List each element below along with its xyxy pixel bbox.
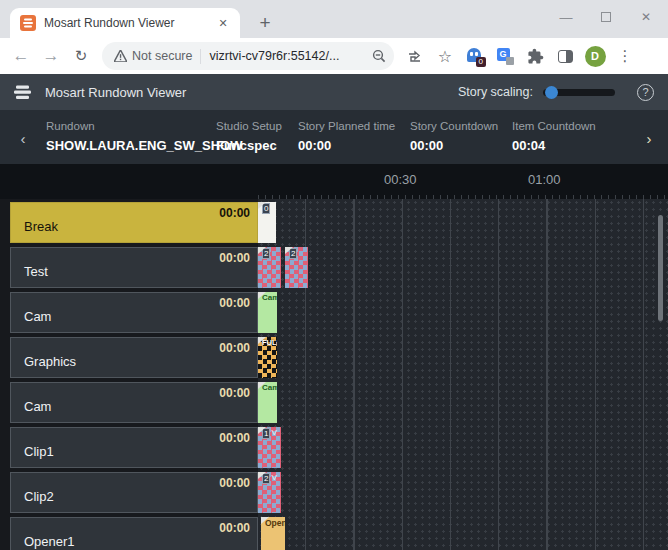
- close-button[interactable]: ✕: [626, 0, 666, 34]
- story-planned-time: 00:00: [219, 341, 250, 355]
- timeline-item[interactable]: 2V: [258, 472, 281, 513]
- help-button[interactable]: ?: [637, 84, 654, 101]
- story-name: Clip2: [24, 489, 54, 504]
- minimize-button[interactable]: —: [546, 0, 586, 34]
- story-scaling-slider[interactable]: [543, 89, 615, 96]
- item-start-marker: [258, 382, 266, 389]
- app-header: Mosart Rundown Viewer Story scaling: ?: [0, 74, 668, 110]
- timeline-item[interactable]: Cam1: [258, 382, 277, 423]
- bookmark-button[interactable]: ☆: [430, 42, 460, 70]
- timeline-marker: 01:00: [528, 172, 561, 187]
- back-button[interactable]: ←: [6, 42, 36, 70]
- story-card[interactable]: 00:00Clip2: [10, 472, 258, 513]
- share-button[interactable]: [400, 42, 430, 70]
- item-start-marker: [258, 337, 266, 344]
- maximize-button[interactable]: [586, 0, 626, 34]
- story-row[interactable]: 00:00CamCam1: [10, 382, 668, 423]
- story-items-lane: 22: [258, 247, 668, 288]
- next-rundown-chevron[interactable]: ›: [630, 120, 668, 164]
- story-card[interactable]: 00:00Graphics: [10, 337, 258, 378]
- timeline-item[interactable]: 2: [258, 247, 281, 288]
- field-value: Funcspec: [216, 138, 298, 153]
- story-row[interactable]: 00:00Opener1Opener: [10, 517, 668, 550]
- reload-button[interactable]: ↻: [66, 42, 96, 70]
- story-planned-time: 00:00: [219, 521, 250, 535]
- rundown-info-bar: ‹ Rundown SHOW.LAURA.ENG_SW_SHOW Studio …: [0, 110, 668, 164]
- address-bar[interactable]: Not secure vizrtvi-cv79r6r:55142/...: [102, 42, 394, 70]
- story-items-lane: 0: [258, 202, 668, 243]
- story-name: Graphics: [24, 354, 76, 369]
- field-value: 00:00: [298, 138, 410, 153]
- story-items-lane: 2V: [258, 472, 668, 513]
- field-value: SHOW.LAURA.ENG_SW_SHOW: [46, 138, 216, 153]
- browser-tab[interactable]: Mosart Rundown Viewer ✕: [10, 8, 240, 38]
- field-story-planned-time: Story Planned time 00:00: [298, 120, 410, 164]
- timeline-marker: 00:30: [384, 172, 417, 187]
- timeline-item[interactable]: Cam1: [258, 292, 277, 333]
- timeline-item[interactable]: 1V: [258, 427, 281, 468]
- url-text[interactable]: vizrtvi-cv79r6r:55142/...: [209, 49, 368, 63]
- timeline-item[interactable]: FULL: [258, 337, 277, 378]
- story-planned-time: 00:00: [219, 251, 250, 265]
- field-label: Studio Setup: [216, 120, 298, 132]
- story-name: Break: [24, 219, 58, 234]
- item-start-marker: [285, 247, 293, 254]
- story-row[interactable]: 00:00CamCam1: [10, 292, 668, 333]
- browser-menu-button[interactable]: ⋮: [610, 42, 640, 70]
- side-panel-icon: [558, 50, 573, 63]
- item-start-marker: [261, 517, 269, 524]
- story-name: Clip1: [24, 444, 54, 459]
- story-planned-time: 00:00: [219, 296, 250, 310]
- mosart-logo-icon: [14, 85, 32, 100]
- window-controls: — ✕: [546, 0, 666, 34]
- story-row[interactable]: 00:00Break0: [10, 202, 668, 243]
- slider-thumb[interactable]: [545, 86, 558, 99]
- timeline-item[interactable]: 0: [258, 202, 276, 243]
- story-row[interactable]: 00:00Clip22V: [10, 472, 668, 513]
- security-label[interactable]: Not secure: [132, 49, 192, 63]
- story-name: Cam: [24, 399, 51, 414]
- timeline-item[interactable]: Opener: [261, 517, 285, 550]
- story-items-lane: Cam1: [258, 292, 668, 333]
- maximize-icon: [601, 12, 611, 22]
- vertical-scrollbar[interactable]: [658, 215, 663, 321]
- story-card[interactable]: 00:00Test: [10, 247, 258, 288]
- story-card[interactable]: 00:00Break: [10, 202, 258, 243]
- story-items-lane: 1V: [258, 427, 668, 468]
- extensions-button[interactable]: [520, 42, 550, 70]
- not-secure-warning-icon: [114, 50, 127, 62]
- omnibox-divider: [200, 49, 201, 64]
- field-rundown: Rundown SHOW.LAURA.ENG_SW_SHOW: [46, 120, 216, 164]
- translate-extension-button[interactable]: G: [490, 42, 520, 70]
- forward-button[interactable]: →: [36, 42, 66, 70]
- story-row[interactable]: 00:00Clip11V: [10, 427, 668, 468]
- tab-close-icon[interactable]: ✕: [214, 14, 232, 32]
- prev-rundown-chevron[interactable]: ‹: [0, 120, 46, 164]
- story-items-lane: Opener: [258, 517, 668, 550]
- story-row[interactable]: 00:00Test22: [10, 247, 668, 288]
- timeline-item[interactable]: 2: [285, 247, 308, 288]
- new-tab-button[interactable]: +: [252, 10, 278, 36]
- story-card[interactable]: 00:00Opener1: [10, 517, 258, 550]
- field-value: 00:00: [410, 138, 512, 153]
- browser-window: Mosart Rundown Viewer ✕ + — ✕ ← → ↻ Not …: [0, 0, 668, 550]
- puzzle-icon: [527, 48, 544, 65]
- story-items-lane: Cam1: [258, 382, 668, 423]
- story-name: Opener1: [24, 534, 75, 549]
- item-start-marker: [258, 472, 266, 479]
- story-row[interactable]: 00:00GraphicsFULL: [10, 337, 668, 378]
- story-card[interactable]: 00:00Clip1: [10, 427, 258, 468]
- story-card[interactable]: 00:00Cam: [10, 382, 258, 423]
- field-value: 00:04: [512, 138, 630, 153]
- field-item-countdown: Item Countdown 00:04: [512, 120, 630, 164]
- profile-button[interactable]: D: [580, 42, 610, 70]
- field-label: Story Planned time: [298, 120, 410, 132]
- zoom-out-icon[interactable]: [372, 49, 386, 63]
- field-label: Rundown: [46, 120, 216, 132]
- field-label: Item Countdown: [512, 120, 630, 132]
- ghost-extension-button[interactable]: 0: [460, 42, 490, 70]
- field-label: Story Countdown: [410, 120, 512, 132]
- side-panel-button[interactable]: [550, 42, 580, 70]
- story-planned-time: 00:00: [219, 386, 250, 400]
- story-card[interactable]: 00:00Cam: [10, 292, 258, 333]
